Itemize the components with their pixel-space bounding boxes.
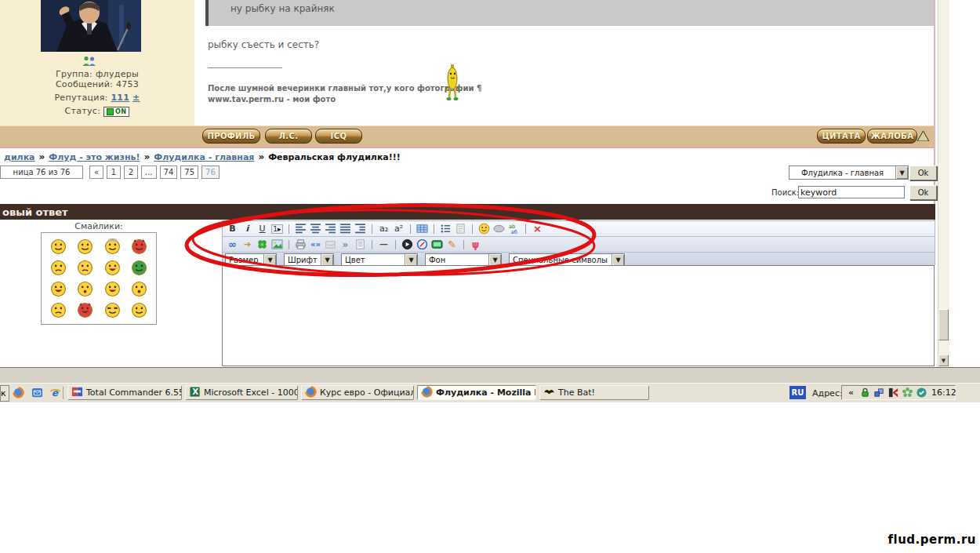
green-sick-smiley[interactable] — [131, 260, 147, 276]
language-indicator[interactable]: RU — [789, 386, 806, 399]
smirk-smiley[interactable] — [50, 302, 67, 318]
cool-smiley[interactable] — [104, 302, 121, 318]
reputation-value-link[interactable]: 111 — [111, 93, 129, 103]
surprised-smiley[interactable] — [77, 281, 93, 297]
shield-icon[interactable] — [916, 387, 927, 398]
play-icon[interactable] — [401, 238, 414, 251]
chevron-down-icon[interactable]: ▼ — [405, 254, 417, 266]
chevron-down-icon[interactable]: ▼ — [895, 166, 908, 179]
superscript-icon[interactable]: a² — [392, 223, 405, 235]
spinner-icon[interactable]: 1▸ — [270, 223, 284, 235]
taskbar-window-button[interactable]: Total Commander 6.55 - ... — [67, 385, 182, 400]
pagination-page[interactable]: ... — [141, 166, 157, 179]
reputation-plusminus-link[interactable]: ± — [132, 93, 140, 103]
angel-smiley[interactable] — [104, 238, 121, 255]
document-icon[interactable] — [354, 238, 367, 251]
quote-icon[interactable]: » — [339, 238, 352, 251]
indent-icon[interactable] — [354, 223, 367, 235]
image-icon[interactable] — [270, 238, 284, 251]
search-input[interactable] — [798, 186, 905, 198]
taskbar-window-button[interactable]: The Bat! — [539, 385, 649, 400]
quote-button[interactable]: ЦИТАТА — [817, 129, 866, 144]
signature-line-2: www.tav.perm.ru - мои фото — [208, 94, 481, 105]
underline-icon[interactable]: U — [256, 223, 269, 235]
icq-button[interactable]: ICQ — [315, 129, 362, 144]
list-icon[interactable] — [439, 223, 452, 235]
page-icon[interactable] — [454, 223, 467, 235]
ie-icon[interactable]: e — [49, 387, 62, 399]
taskbar-window-button[interactable]: Флудилка - Mozilla Fi... — [417, 385, 536, 400]
chevron-down-icon[interactable]: ▼ — [263, 254, 276, 266]
forum-jump-ok-button[interactable]: Ok — [909, 166, 937, 180]
rolleyes-smiley[interactable] — [50, 238, 67, 255]
address-toolbar-label[interactable]: Адрес: — [812, 388, 843, 398]
grin-smiley[interactable] — [50, 281, 67, 297]
sleepy-smiley[interactable] — [77, 238, 93, 255]
scrollbar-thumb[interactable] — [938, 309, 949, 340]
profile-button[interactable]: ПРОФИЛЬ — [202, 129, 260, 144]
bold-icon[interactable]: B — [226, 223, 239, 235]
evil-laugh-smiley[interactable] — [77, 302, 93, 318]
table-icon[interactable] — [416, 223, 429, 235]
video-icon[interactable] — [430, 238, 444, 251]
user-posts-count: Сообщений: 4753 — [0, 79, 194, 89]
printer-icon[interactable] — [294, 238, 307, 251]
align-center-icon[interactable] — [309, 223, 322, 235]
forum-jump-select[interactable]: Флудилка - главная ▼ — [789, 166, 909, 180]
pagination-page[interactable]: « — [89, 166, 103, 179]
chevron-icon[interactable]: « — [845, 387, 857, 398]
cry-smiley[interactable] — [50, 260, 67, 276]
swf-icon[interactable]: swf — [324, 238, 337, 251]
laugh-smiley[interactable] — [104, 260, 121, 276]
code-icon[interactable]: «» — [309, 238, 322, 251]
smile-smiley[interactable] — [131, 302, 147, 318]
chevron-down-icon[interactable]: ▼ — [612, 254, 624, 266]
window-title: Total Commander 6.55 - ... — [86, 387, 182, 398]
close-icon[interactable]: × — [531, 223, 544, 235]
shocked-smiley[interactable] — [131, 281, 147, 297]
report-button[interactable]: ЖАЛОБА — [867, 129, 917, 144]
pagination-page[interactable]: 2 — [124, 166, 138, 179]
taskbar-window-button[interactable]: Курс евро - Официальн... — [301, 385, 414, 400]
mail-icon[interactable] — [31, 387, 44, 399]
pagination-page[interactable]: 1 — [107, 166, 121, 179]
search-ok-button[interactable]: Ok — [909, 185, 937, 200]
align-left-icon[interactable] — [294, 223, 307, 235]
pagination-page[interactable]: 75 — [180, 166, 198, 179]
compass-icon[interactable] — [416, 238, 429, 251]
translit-icon[interactable]: abаб — [507, 223, 521, 235]
angry-smiley[interactable] — [77, 260, 93, 276]
hr-icon[interactable]: — — [377, 238, 390, 251]
clover-icon[interactable] — [256, 238, 269, 251]
breadcrumb-link[interactable]: дилка — [4, 152, 35, 162]
align-right-icon[interactable] — [324, 223, 337, 235]
message-textarea[interactable] — [222, 265, 935, 366]
taskbar-window-button[interactable]: XMicrosoft Excel - 100099... — [185, 385, 298, 400]
align-justify-icon[interactable] — [339, 223, 352, 235]
figure-icon[interactable]: ψ — [469, 238, 482, 251]
hidden-icon[interactable] — [492, 223, 506, 235]
cubes-icon[interactable] — [873, 387, 885, 398]
brush-icon[interactable]: ✎ — [445, 238, 459, 251]
tongue-smiley[interactable] — [104, 281, 121, 297]
scrollbar-down-icon[interactable]: ▼ — [938, 355, 949, 366]
lock-icon[interactable] — [859, 387, 871, 398]
private-message-button[interactable]: Л.С. — [265, 129, 312, 144]
breadcrumb-link[interactable]: Флудилка - главная — [154, 152, 254, 162]
icq-flower-icon[interactable] — [902, 387, 913, 398]
italic-icon[interactable]: i — [241, 223, 254, 235]
breadcrumb-link[interactable]: Флуд - это жизнь! — [49, 152, 140, 162]
taskbar-cutoff-button[interactable]: к — [0, 385, 9, 402]
scroll-to-top-icon[interactable] — [917, 129, 929, 144]
smiley-icon[interactable] — [477, 223, 491, 235]
link-icon[interactable]: ∞ — [226, 238, 239, 251]
kaspersky-icon[interactable] — [887, 387, 899, 398]
chevron-down-icon[interactable]: ▼ — [488, 254, 501, 266]
chevron-down-icon[interactable]: ▼ — [321, 254, 333, 266]
pagination-page[interactable]: 74 — [160, 166, 178, 179]
devil-smiley[interactable] — [131, 238, 147, 255]
page-scrollbar[interactable]: ▼ — [938, 0, 949, 367]
anchor-icon[interactable]: ➔ — [241, 238, 254, 251]
subscript-icon[interactable]: a₂ — [377, 223, 390, 235]
firefox-icon[interactable] — [13, 387, 25, 399]
